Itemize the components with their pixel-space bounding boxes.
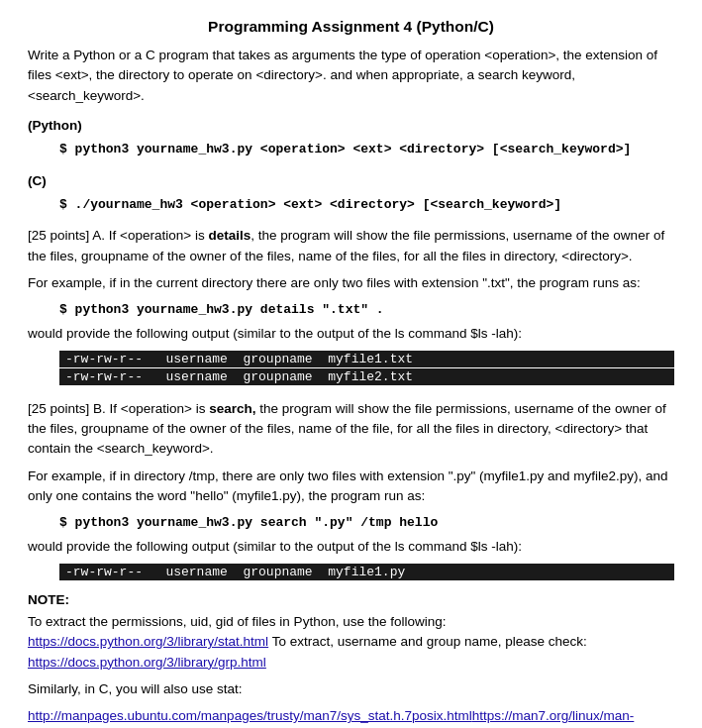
section-a-keyword: details [208,228,251,243]
note-link1[interactable]: https://docs.python.org/3/library/stat.h… [28,634,268,649]
section-a-label: A. [92,228,105,243]
section-b-text1: If <operation> is [110,401,210,416]
terminal-line-1: -rw-rw-r-- username groupname myfile1.tx… [59,351,674,367]
section-a: [25 points] A. If <operation> is details… [28,226,674,385]
section-b-text3: For example, if in directory /tmp, there… [28,467,674,507]
terminal-line-search-1: -rw-rw-r-- username groupname myfile1.py [59,564,674,580]
note-link3[interactable]: http://manpages.ubuntu.com/manpages/trus… [28,708,472,723]
note-label: NOTE: [28,590,674,610]
section-b-label: B. [93,401,106,416]
c-label: (C) [28,171,674,191]
python-cmd: $ python3 yourname_hw3.py <operation> <e… [59,140,674,159]
note-section: NOTE: To extract the permissions, uid, g… [28,590,674,728]
section-a-text4: would provide the following output (simi… [28,324,674,344]
section-a-points: [25 points] [28,228,89,243]
python-label: (Python) [28,116,674,136]
c-cmd: $ ./yourname_hw3 <operation> <ext> <dire… [59,195,674,215]
section-a-text3: For example, if in the current directory… [28,273,674,293]
section-b-text: [25 points] B. If <operation> is search,… [28,399,674,460]
intro-text: Write a Python or a C program that takes… [28,46,674,106]
section-b-keyword: search, [209,401,255,416]
note-link1-suffix: To extract, username and group name, ple… [268,634,587,649]
section-b-text4: would provide the following output (simi… [28,537,674,557]
note-link2[interactable]: https://docs.python.org/3/library/grp.ht… [28,655,266,670]
note-text1: To extract the permissions, uid, gid of … [28,612,674,673]
note-text2: Similarly, in C, you will also use stat: [28,679,674,699]
note-links-c: http://manpages.ubuntu.com/manpages/trus… [28,706,674,728]
section-a-text1: If <operation> is [109,228,209,243]
section-b-points: [25 points] [28,401,89,416]
section-a-example-cmd: $ python3 yourname_hw3.py details ".txt"… [59,300,674,320]
terminal-line-2: -rw-rw-r-- username groupname myfile2.tx… [59,368,674,385]
section-a-text: [25 points] A. If <operation> is details… [28,226,674,266]
section-b-example-cmd: $ python3 yourname_hw3.py search ".py" /… [59,513,674,533]
page-title: Programming Assignment 4 (Python/C) [28,18,674,36]
section-b: [25 points] B. If <operation> is search,… [28,399,674,580]
